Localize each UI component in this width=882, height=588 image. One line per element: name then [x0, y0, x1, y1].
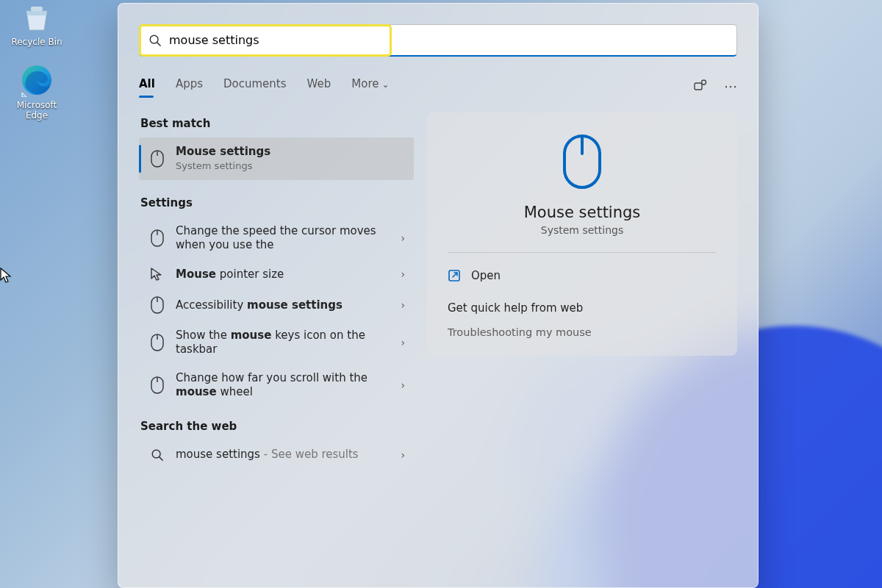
scope-more[interactable]: More⌄ [351, 77, 389, 98]
result-setting[interactable]: Show the mouse keys icon on the taskbar› [139, 321, 414, 364]
scope-web[interactable]: Web [307, 77, 331, 98]
search-box[interactable] [139, 24, 737, 57]
preview-title: Mouse settings [448, 204, 717, 221]
recycle-bin-icon [20, 0, 54, 34]
scope-documents[interactable]: Documents [223, 77, 287, 98]
pointer-icon [149, 267, 165, 282]
desktop-icon-label: Recycle Bin [11, 37, 62, 47]
preview-column: Mouse settings System settings Open Get … [427, 112, 737, 469]
web-suffix: - See web results [260, 448, 359, 461]
mouse-icon [149, 150, 165, 168]
cursor-icon [0, 268, 12, 284]
desktop-icon-edge[interactable]: Microsoft Edge [6, 63, 68, 121]
result-setting[interactable]: Change how far you scroll with the mouse… [139, 364, 414, 406]
result-setting[interactable]: Accessibility mouse settings› [139, 289, 414, 321]
more-options-icon[interactable]: ⋯ [724, 79, 737, 96]
chevron-right-icon: › [401, 449, 405, 461]
result-web-search[interactable]: mouse settings - See web results › [139, 440, 414, 469]
mouse-icon [562, 133, 603, 190]
result-title: Mouse settings [176, 145, 405, 159]
svg-point-6 [702, 80, 706, 85]
scope-more-label: More [351, 77, 379, 90]
result-setting[interactable]: Change the speed the cursor moves when y… [139, 217, 414, 259]
chevron-right-icon: › [401, 232, 405, 244]
svg-marker-2 [22, 93, 26, 97]
open-label: Open [471, 269, 501, 282]
results-column: Best match Mouse settings System setting… [139, 112, 414, 469]
svg-line-18 [159, 456, 162, 459]
preview-subtitle: System settings [448, 224, 717, 236]
chevron-right-icon: › [401, 337, 405, 348]
mouse-icon [149, 334, 165, 351]
chevron-right-icon: › [401, 299, 405, 311]
scope-apps[interactable]: Apps [176, 77, 203, 98]
help-link-troubleshoot[interactable]: Troubleshooting my mouse [448, 326, 717, 338]
web-query: mouse settings [176, 448, 260, 461]
mouse-icon [149, 376, 165, 394]
start-search-panel: All Apps Documents Web More⌄ ⋯ Best matc… [118, 3, 759, 588]
result-best-match[interactable]: Mouse settings System settings [139, 137, 414, 180]
search-input[interactable] [169, 33, 316, 47]
result-text: Change how far you scroll with the mouse… [176, 371, 390, 399]
desktop: Recycle Bin Microsoft Edge [0, 0, 882, 588]
result-text: Change the speed the cursor moves when y… [176, 224, 390, 252]
chevron-right-icon: › [401, 379, 405, 391]
desktop-icon-recycle-bin[interactable]: Recycle Bin [6, 0, 68, 47]
scope-all[interactable]: All [139, 77, 155, 98]
divider [448, 252, 717, 253]
desktop-icon-label: Microsoft Edge [17, 100, 57, 121]
result-text: Mouse pointer size [176, 268, 390, 282]
section-settings: Settings [140, 196, 414, 209]
mouse-icon [149, 296, 165, 314]
mouse-icon [149, 229, 165, 247]
result-text: Show the mouse keys icon on the taskbar [176, 329, 390, 356]
open-action[interactable]: Open [448, 266, 717, 285]
svg-rect-0 [31, 7, 43, 11]
result-setting[interactable]: Mouse pointer size› [139, 259, 414, 289]
edge-icon [20, 63, 54, 97]
search-icon [148, 34, 162, 47]
search-across-devices-icon[interactable] [693, 79, 708, 96]
search-scope-tabs: All Apps Documents Web More⌄ ⋯ [139, 77, 737, 98]
result-subtitle: System settings [176, 159, 405, 173]
preview-card: Mouse settings System settings Open Get … [427, 112, 737, 356]
svg-line-4 [157, 42, 160, 45]
chevron-down-icon: ⌄ [381, 79, 389, 90]
chevron-right-icon: › [401, 268, 405, 280]
svg-rect-5 [695, 83, 702, 90]
open-icon [448, 269, 461, 282]
section-search-web: Search the web [140, 420, 414, 433]
result-text: Accessibility mouse settings [176, 298, 390, 312]
section-best-match: Best match [140, 117, 414, 130]
search-icon [149, 448, 165, 462]
quick-help-title: Get quick help from web [448, 301, 717, 315]
